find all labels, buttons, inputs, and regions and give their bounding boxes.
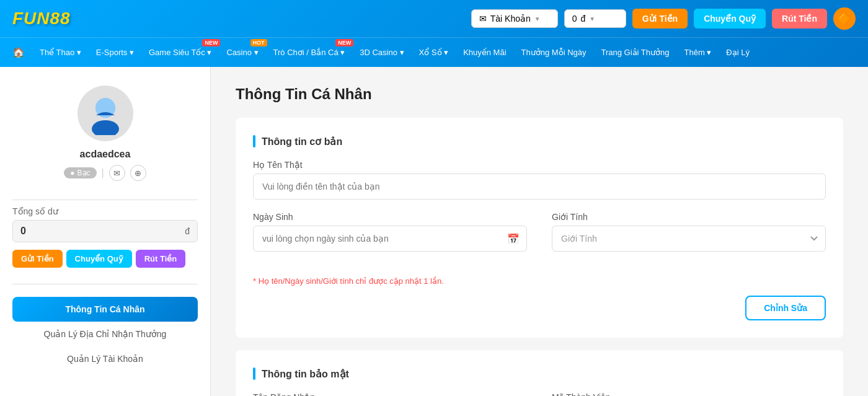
sidebar-buttons: Gửi Tiền Chuyển Quỹ Rút Tiền [12,250,198,268]
badges-row: Bạc | ✉ ⊕ [64,165,146,181]
ma-thanh-vien-group: Mã Thành Viên [552,392,826,396]
content: Thông Tin Cá Nhân Thông tin cơ bản Họ Tê… [211,67,868,396]
header-right: ✉ Tài Khoản ▼ 0 đ ▼ Gửi Tiền Chuyển Quỹ … [471,7,856,30]
balance-label: Tổng số dư [12,206,58,216]
navbar-item-game-sieu-toc[interactable]: NEW Game Siêu Tốc ▾ [143,44,218,61]
ho-ten-group: Họ Tên Thật [253,160,826,200]
ngay-sinh-label: Ngày Sinh [253,212,527,222]
chinh-sua-button[interactable]: Chỉnh Sửa [745,296,826,320]
sidebar-divider-1 [12,200,198,200]
svg-point-1 [92,120,119,135]
ngay-sinh-group: Ngày Sinh 📅 [253,212,527,252]
username: acdaedcea [80,149,131,160]
sidebar: acdaedcea Bạc | ✉ ⊕ Tổng số dư 0 đ Gửi T… [0,67,211,396]
logo-accent: 88 [50,9,71,28]
sidebar-nav-dia-chi[interactable]: Quản Lý Địa Chỉ Nhận Thưởng [12,322,198,346]
header-gui-tien-button[interactable]: Gửi Tiền [632,9,688,29]
navbar: 🏠 Thể Thao ▾ E-Sports ▾ NEW Game Siêu Tố… [0,37,868,67]
note-area: * Họ tên/Ngày sinh/Giới tính chỉ được cậ… [253,276,826,320]
navbar-item-xo-so[interactable]: Xổ Số ▾ [413,44,455,61]
basic-info-card: Thông tin cơ bản Họ Tên Thật Ngày Sinh 📅… [236,118,843,338]
section-basic-title: Thông tin cơ bản [253,135,826,147]
sidebar-nav: Thông Tin Cá Nhân Quản Lý Địa Chỉ Nhận T… [12,297,198,371]
navbar-item-3d-casino[interactable]: 3D Casino ▾ [353,44,410,61]
main-layout: acdaedcea Bạc | ✉ ⊕ Tổng số dư 0 đ Gửi T… [0,67,868,396]
navbar-item-dai-ly[interactable]: Đại Lý [720,44,756,61]
navbar-item-casino[interactable]: HOT Casino ▾ [220,44,264,61]
chat-icon-btn[interactable]: ✉ [109,165,125,181]
ten-dang-nhap-label: Tên Đăng Nhập [253,392,527,396]
sidebar-gui-tien-button[interactable]: Gửi Tiền [12,250,63,268]
sidebar-rut-tien-button[interactable]: Rút Tiền [136,250,186,268]
sidebar-balance-currency: đ [185,226,190,236]
sidebar-divider-2 [12,284,198,284]
settings-icon-btn[interactable]: ⊕ [130,165,146,181]
header-rut-tien-button[interactable]: Rút Tiền [772,9,827,29]
page-title: Thông Tin Cá Nhân [236,86,843,103]
sidebar-chuyen-quy-button[interactable]: Chuyển Quỹ [66,250,132,268]
note-text: * Họ tên/Ngày sinh/Giới tính chỉ được cậ… [253,276,826,286]
navbar-item-trang-giai-thuong[interactable]: Trang Giải Thưởng [595,44,675,61]
logo-text: FUN [12,9,50,28]
ten-dang-nhap-group: Tên Đăng Nhập [253,392,527,396]
sidebar-nav-tai-khoan[interactable]: Quản Lý Tài Khoản [12,346,198,371]
navbar-item-home[interactable]: 🏠 [6,43,31,62]
ho-ten-label: Họ Tên Thật [253,160,826,170]
header-chuyen-quy-button[interactable]: Chuyển Quỹ [694,9,766,29]
navbar-item-them[interactable]: Thêm ▾ [678,44,717,61]
navbar-item-e-sports[interactable]: E-Sports ▾ [90,44,140,61]
header: FUN88 ✉ Tài Khoản ▼ 0 đ ▼ Gửi Tiền Chuyể… [0,0,868,37]
section-bao-mat-title: Thông tin bảo mật [253,367,826,380]
avatar-icon [84,92,127,135]
ma-thanh-vien-label: Mã Thành Viên [552,392,826,396]
level-badge: Bạc [64,167,96,178]
header-balance-value: 0 [572,14,577,24]
calendar-icon: 📅 [507,233,520,245]
header-balance-currency: đ [581,14,586,24]
balance-selector[interactable]: 0 đ ▼ [564,9,626,28]
navbar-item-the-thao[interactable]: Thể Thao ▾ [33,44,87,61]
section-bar-2 [253,367,255,380]
login-id-row: Tên Đăng Nhập Mã Thành Viên [253,392,826,396]
sidebar-balance-amount: 0 [20,226,26,237]
account-label: Tài Khoản [490,14,531,24]
account-selector[interactable]: ✉ Tài Khoản ▼ [471,9,558,28]
date-input-wrapper: 📅 [253,226,527,252]
header-avatar[interactable]: 🔶 [833,7,856,30]
gioi-tinh-select[interactable]: Giới Tính Nam Nữ [552,226,826,252]
section-bar [253,135,255,147]
balance-display: 0 đ [12,220,198,242]
gioi-tinh-label: Giới Tính [552,212,826,222]
navbar-item-tro-choi[interactable]: NEW Trò Chơi / Bắn Cá ▾ [267,44,352,61]
sidebar-nav-thong-tin[interactable]: Thông Tin Cá Nhân [12,297,198,322]
ngay-sinh-input[interactable] [253,226,527,252]
navbar-item-thuong-moi-ngay[interactable]: Thưởng Mỗi Ngày [515,44,593,61]
logo[interactable]: FUN88 [12,9,71,29]
gioi-tinh-group: Giới Tính Giới Tính Nam Nữ [552,212,826,252]
navbar-item-khuyen-mai[interactable]: Khuyến Mãi [457,44,512,61]
avatar-container [78,86,133,141]
security-info-card: Thông tin bảo mật Tên Đăng Nhập Mã Thành… [236,350,843,396]
ho-ten-input[interactable] [253,174,826,200]
date-gender-row: Ngày Sinh 📅 Giới Tính Giới Tính Nam Nữ [253,212,826,264]
